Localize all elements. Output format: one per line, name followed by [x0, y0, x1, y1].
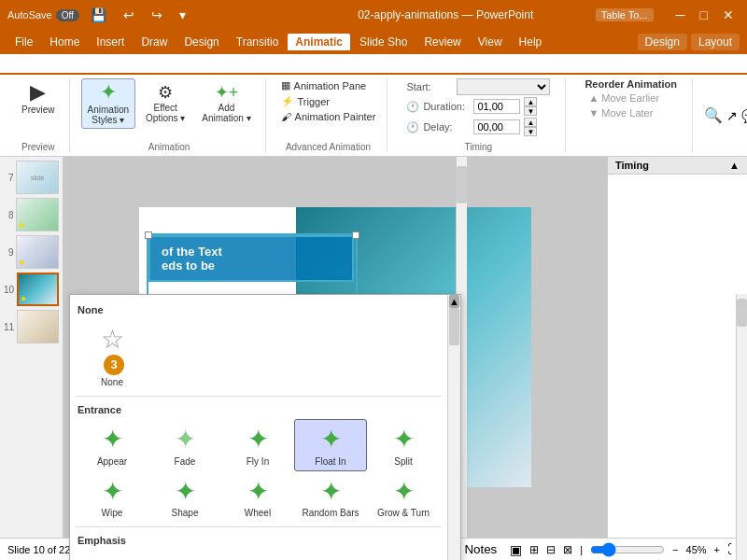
anim-grow-shrink[interactable]: ✦ Grow/Shrink	[367, 550, 440, 560]
duration-input[interactable]	[473, 99, 520, 114]
zoom-value: 45%	[686, 544, 707, 555]
menu-home[interactable]: Home	[42, 34, 87, 50]
zoom-plus[interactable]: +	[714, 544, 720, 555]
menu-file[interactable]: File	[7, 34, 40, 50]
zoom-slider[interactable]	[590, 542, 665, 557]
save-button[interactable]: 💾	[85, 6, 112, 24]
scroll-up-btn[interactable]: ▲	[449, 295, 459, 308]
slide-thumb-9[interactable]: 9 ★	[4, 235, 59, 269]
animation-pane-button[interactable]: ▦ Animation Pane	[277, 78, 380, 92]
menu-review[interactable]: Review	[416, 34, 468, 50]
view-reading[interactable]: ⊠	[563, 543, 572, 556]
menu-help[interactable]: Help	[512, 34, 550, 50]
anim-float-in[interactable]: ✦ Float In	[294, 419, 367, 471]
close-button[interactable]: ✕	[717, 6, 740, 24]
start-dropdown[interactable]: On Click With Previous After Previous	[457, 78, 550, 95]
anim-color-pulse[interactable]: ✦ Color Pulse	[148, 550, 221, 560]
timing-panel-title: Timing	[615, 160, 649, 171]
undo-button[interactable]: ↩	[118, 6, 140, 24]
slide-text-box[interactable]: of the Text eds to be	[148, 235, 354, 282]
move-later-button: ▼ Move Later	[585, 106, 677, 119]
slide-thumb-7[interactable]: 7 slide	[4, 161, 59, 194]
duration-up[interactable]: ▲	[524, 97, 537, 106]
timing-panel-collapse[interactable]: ▲	[729, 160, 740, 171]
window-controls: ─ □ ✕	[670, 6, 740, 24]
menu-context-design[interactable]: Design	[638, 34, 687, 50]
anim-spin[interactable]: ✦ Spin	[294, 550, 367, 560]
none-icon: ☆	[101, 326, 124, 355]
pulse-icon: ✦	[102, 556, 123, 560]
menu-animations[interactable]: Animatic	[288, 34, 350, 50]
split-label: Split	[394, 456, 412, 467]
search-button[interactable]: 🔍	[704, 106, 723, 124]
grow-shrink-icon: ✦	[393, 556, 415, 560]
timing-panel-content	[608, 175, 747, 538]
anim-teeter[interactable]: ✦ Teeter	[221, 550, 294, 560]
comments-button[interactable]: 💬	[741, 108, 747, 123]
slide-text-1: of the Text	[162, 245, 341, 259]
slide-thumb-10[interactable]: 10 ★	[4, 273, 59, 306]
duration-down[interactable]: ▼	[524, 106, 537, 116]
slide-preview-7[interactable]: slide	[16, 161, 59, 194]
anim-wipe[interactable]: ✦ Wipe	[76, 471, 148, 524]
preview-group-label: Preview	[21, 140, 55, 152]
view-normal[interactable]: ⊞	[529, 543, 539, 556]
trigger-button[interactable]: ⚡ Trigger	[277, 94, 380, 108]
effect-options-button[interactable]: ⚙ EffectOptions ▾	[139, 80, 191, 127]
redo-button[interactable]: ↪	[146, 6, 168, 24]
anim-random-bars[interactable]: ✦ Random Bars	[294, 471, 367, 524]
scrollbar-thumb[interactable]	[457, 166, 467, 203]
slide-thumb-11[interactable]: 11	[4, 310, 59, 343]
menu-draw[interactable]: Draw	[134, 34, 175, 50]
slide-preview-10[interactable]: ★	[17, 273, 59, 306]
slide-preview-9[interactable]: ★	[16, 235, 59, 269]
view-slide-sorter[interactable]: ⊟	[546, 543, 556, 556]
float-in-icon: ✦	[320, 426, 342, 455]
anim-wheel[interactable]: ✦ Wheel	[221, 471, 294, 524]
slide-thumb-8[interactable]: 8 ★	[4, 198, 59, 231]
preview-button[interactable]: ▶ Preview	[15, 78, 62, 119]
slide-num-10: 10	[4, 285, 14, 295]
ribbon-group-preview: ▶ Preview Preview	[7, 78, 70, 152]
anim-split[interactable]: ✦ Split	[367, 419, 440, 471]
anim-fly-in[interactable]: ✦ Fly In	[221, 419, 294, 471]
restore-button[interactable]: □	[695, 6, 713, 24]
right-scrollbar-thumb[interactable]	[737, 299, 747, 327]
anim-grow-turn[interactable]: ✦ Grow & Turn	[367, 471, 440, 524]
share-button[interactable]: ↗	[726, 108, 738, 123]
none-grid: ☆ 3 None	[76, 319, 442, 392]
menu-transitions[interactable]: Transitio	[229, 34, 287, 50]
menu-design[interactable]: Design	[176, 34, 226, 50]
minimize-button[interactable]: ─	[670, 6, 691, 24]
menu-view[interactable]: View	[471, 34, 510, 50]
anim-none[interactable]: ☆ 3 None	[76, 319, 148, 392]
anim-fade[interactable]: ✦ Fade	[148, 419, 221, 471]
dropdown-scrollbar[interactable]: ▲ ▼	[447, 295, 460, 560]
customize-button[interactable]: ▾	[174, 6, 191, 24]
slide-info: Slide 10 of 22	[7, 544, 70, 555]
delay-down[interactable]: ▼	[524, 127, 537, 136]
slide-preview-11[interactable]	[17, 310, 59, 343]
menu-context-layout[interactable]: Layout	[691, 34, 740, 50]
slide-text-2: eds to be	[162, 259, 341, 273]
anim-shape[interactable]: ✦ Shape	[148, 471, 221, 524]
menu-slideshow[interactable]: Slide Sho	[352, 34, 415, 50]
effect-options-label: EffectOptions ▾	[146, 103, 185, 123]
zoom-minus[interactable]: −	[672, 544, 678, 555]
animation-styles-dropdown: ▲ ▼ None ☆ 3 None Entrance ✦ Appear	[69, 294, 461, 560]
menu-insert[interactable]: Insert	[89, 34, 132, 50]
delay-up[interactable]: ▲	[524, 118, 537, 127]
notes-button[interactable]: Notes	[458, 540, 502, 558]
anim-pulse[interactable]: ✦ Pulse	[76, 550, 148, 560]
add-animation-button[interactable]: ✦+ AddAnimation ▾	[195, 80, 257, 127]
slide-preview-8[interactable]: ★	[16, 198, 59, 231]
animation-painter-button[interactable]: 🖌 Animation Painter	[277, 110, 380, 123]
comments-toggle[interactable]: ▣	[510, 542, 522, 557]
delay-input[interactable]	[473, 119, 520, 134]
scroll-thumb[interactable]	[449, 308, 459, 345]
animation-styles-button[interactable]: ✦ AnimationStyles ▾	[81, 78, 135, 129]
right-scrollbar[interactable]	[736, 294, 747, 560]
anim-appear[interactable]: ✦ Appear	[76, 419, 148, 471]
start-label: Start:	[406, 81, 453, 92]
autosave-toggle[interactable]: Off	[56, 9, 79, 21]
